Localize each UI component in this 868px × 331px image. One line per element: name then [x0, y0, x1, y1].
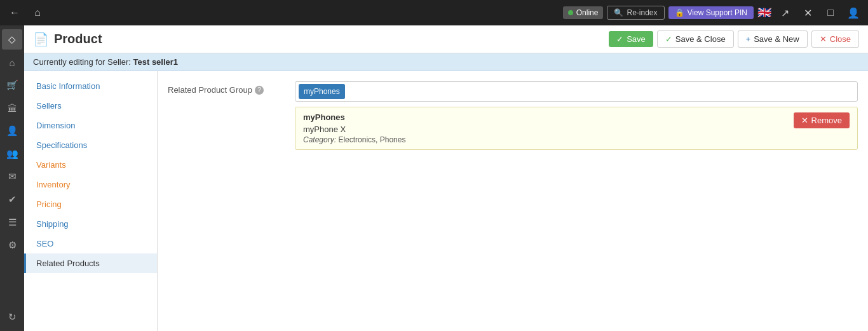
sidebar-item-sellers[interactable]: Sellers — [24, 96, 157, 116]
sidebar-item-dimension[interactable]: Dimension — [24, 116, 157, 135]
status-dot — [568, 10, 573, 15]
search-icon: 🔍 — [614, 8, 623, 17]
joomla-icon-btn[interactable]: ✕ — [798, 3, 817, 22]
sidebar-item-related-products[interactable]: Related Products — [24, 253, 157, 273]
sidebar-item-basic-information[interactable]: Basic Information — [24, 76, 157, 96]
category-label: Category: — [303, 135, 336, 144]
help-icon[interactable]: ? — [255, 86, 264, 95]
top-nav-left: ← ⌂ — [5, 3, 47, 22]
close-icon: ✕ — [820, 34, 827, 44]
home-button[interactable]: ⌂ — [28, 3, 47, 22]
content-body: Basic Information Sellers Dimension Spec… — [24, 71, 868, 331]
save-close-label: Save & Close — [675, 34, 726, 44]
sidebar-icon-diamond[interactable]: ◇ — [2, 29, 22, 50]
tag-myphones[interactable]: myPhones — [299, 84, 345, 99]
side-nav: Basic Information Sellers Dimension Spec… — [24, 71, 158, 331]
product-group-item: myPhones myPhone X Category: Electronics… — [295, 107, 858, 150]
layout: ◇ ⌂ 🛒 🏛 👤 👥 ✉ ✔ ☰ ⚙ ↻ 📄 Product ✓ Save ✓ — [0, 25, 868, 331]
remove-icon: ✕ — [801, 116, 808, 125]
user-icon-btn[interactable]: 👤 — [844, 3, 863, 22]
save-new-icon: + — [746, 34, 751, 44]
seller-name: Test seller1 — [133, 57, 179, 67]
sidebar-icon-people[interactable]: 👥 — [2, 144, 22, 164]
reindex-label: Re-index — [627, 8, 657, 17]
top-nav: ← ⌂ Online 🔍 Re-index 🔒 View Support PIN… — [0, 0, 868, 25]
close-label: Close — [830, 34, 851, 44]
main-content: 📄 Product ✓ Save ✓ Save & Close + Save &… — [24, 25, 868, 331]
page-title-text: Product — [54, 32, 102, 46]
form-area: Related Product Group ? myPhones myP — [158, 71, 868, 331]
sidebar-item-inventory[interactable]: Inventory — [24, 175, 157, 194]
close-button[interactable]: ✕ Close — [811, 30, 859, 48]
remove-button[interactable]: ✕ Remove — [794, 112, 850, 128]
page-header: 📄 Product ✓ Save ✓ Save & Close + Save &… — [24, 25, 868, 53]
related-product-group-label-text: Related Product Group — [168, 85, 252, 95]
related-product-group-label: Related Product Group ? — [168, 81, 295, 95]
seller-bar: Currently editing for Seller: Test selle… — [24, 53, 868, 71]
sidebar-item-specifications[interactable]: Specifications — [24, 135, 157, 155]
sidebar-icon-refresh[interactable]: ↻ — [2, 307, 22, 327]
sidebar-item-shipping[interactable]: Shipping — [24, 214, 157, 234]
sidebar-icon-user[interactable]: 👤 — [2, 121, 22, 141]
save-button[interactable]: ✓ Save — [609, 31, 653, 47]
page-title-icon: 📄 — [33, 32, 49, 47]
external-link-icon-btn[interactable]: ↗ — [775, 3, 794, 22]
save-icon: ✓ — [616, 34, 623, 44]
language-flag[interactable]: 🇬🇧 — [757, 6, 771, 20]
category-values: Electronics, Phones — [338, 135, 405, 144]
related-product-group-control: myPhones myPhones myPhone X Category: El… — [295, 81, 858, 150]
sidebar-icon-gear[interactable]: ⚙ — [2, 235, 22, 255]
save-label: Save — [627, 34, 646, 44]
save-new-button[interactable]: + Save & New — [738, 30, 808, 48]
save-close-icon: ✓ — [665, 34, 672, 44]
tag-input-wrapper[interactable]: myPhones — [295, 81, 858, 102]
header-actions: ✓ Save ✓ Save & Close + Save & New ✕ Clo… — [609, 30, 859, 48]
support-pin-button[interactable]: 🔒 View Support PIN — [668, 6, 754, 19]
tag-label: myPhones — [304, 87, 340, 96]
product-group-product: myPhone X — [303, 125, 794, 134]
product-group-name: myPhones — [303, 112, 794, 122]
back-button[interactable]: ← — [5, 3, 24, 22]
sidebar-icon-chart[interactable]: ☰ — [2, 212, 22, 233]
product-group-info: myPhones myPhone X Category: Electronics… — [303, 112, 794, 144]
status-badge: Online — [563, 6, 604, 19]
related-product-group-row: Related Product Group ? myPhones myP — [168, 81, 858, 150]
product-group-category: Category: Electronics, Phones — [303, 135, 794, 144]
remove-label: Remove — [811, 116, 842, 125]
lock-icon: 🔒 — [675, 8, 684, 17]
sidebar-icon-check[interactable]: ✔ — [2, 189, 22, 210]
save-new-label: Save & New — [754, 34, 799, 44]
top-nav-right: Online 🔍 Re-index 🔒 View Support PIN 🇬🇧 … — [563, 3, 863, 22]
sidebar-item-variants[interactable]: Variants — [24, 155, 157, 175]
support-pin-label: View Support PIN — [688, 8, 748, 17]
left-sidebar: ◇ ⌂ 🛒 🏛 👤 👥 ✉ ✔ ☰ ⚙ ↻ — [0, 25, 24, 331]
sidebar-icon-cart[interactable]: 🛒 — [2, 75, 22, 95]
maximize-icon-btn[interactable]: □ — [821, 3, 840, 22]
page-title: 📄 Product — [33, 32, 102, 47]
save-close-button[interactable]: ✓ Save & Close — [657, 30, 734, 48]
sidebar-icon-building[interactable]: 🏛 — [2, 98, 22, 118]
sidebar-icon-mail[interactable]: ✉ — [2, 166, 22, 187]
status-label: Online — [576, 8, 599, 17]
sidebar-item-seo[interactable]: SEO — [24, 234, 157, 253]
sidebar-icon-home[interactable]: ⌂ — [2, 52, 22, 72]
sidebar-item-pricing[interactable]: Pricing — [24, 194, 157, 214]
seller-bar-prefix: Currently editing for Seller: — [33, 57, 133, 67]
reindex-button[interactable]: 🔍 Re-index — [607, 6, 664, 20]
